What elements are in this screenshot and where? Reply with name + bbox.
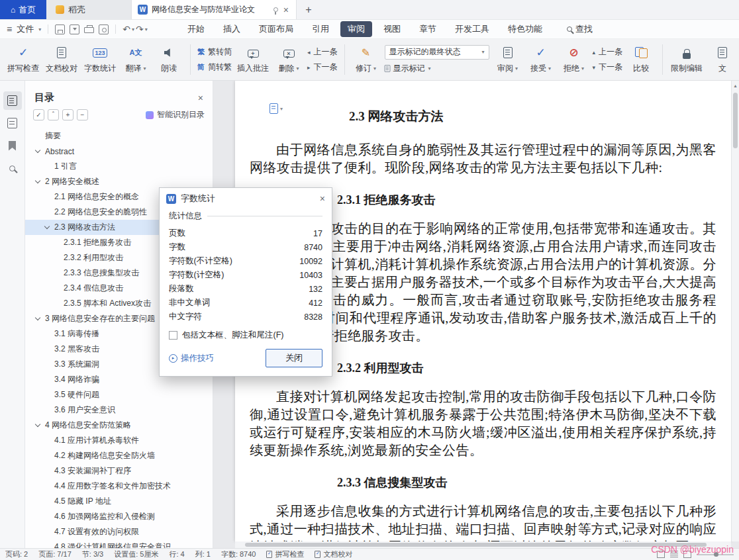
toc-item[interactable]: 4.8 强化计算机网络信息安全意识	[25, 539, 213, 548]
read-aloud-button[interactable]: 朗读	[152, 40, 185, 79]
toc-item[interactable]: 3.6 用户安全意识	[25, 402, 213, 418]
chevron-down-icon[interactable]	[35, 422, 40, 427]
toc-item[interactable]: 4 网络信息安全防范策略	[25, 418, 213, 433]
redo-caret-icon[interactable]: ▾	[145, 26, 148, 32]
tab-references[interactable]: 引用	[305, 21, 336, 37]
next-change-button[interactable]: ▾ 下一条	[593, 62, 623, 73]
ribbon-divider	[344, 44, 345, 75]
divider	[115, 24, 116, 34]
toc-item[interactable]: 4.2 构建网络信息安全防火墙	[25, 448, 213, 463]
toc-item[interactable]: 摘要	[25, 128, 213, 144]
save-icon[interactable]	[55, 24, 65, 34]
truncated-ribbon-button[interactable]: 文	[706, 40, 739, 79]
home-tab[interactable]: ⌂ 首页	[0, 0, 46, 19]
chevron-down-icon[interactable]	[44, 224, 50, 229]
next-comment-button[interactable]: ▸ 下一条	[307, 62, 338, 73]
print-icon[interactable]	[84, 27, 94, 33]
scrollbar-thumb[interactable]	[733, 93, 738, 148]
docer-tab[interactable]: 稻壳	[46, 0, 131, 19]
tab-special-features[interactable]: 特色功能	[501, 21, 550, 37]
toc-item[interactable]: 4.7 设置有效的访问权限	[25, 524, 213, 539]
spell-check-button[interactable]: ✓ 拼写检查	[4, 40, 42, 79]
include-footnotes-checkbox[interactable]: 包括文本框、脚注和尾注(F)	[169, 330, 322, 341]
insert-comment-button[interactable]: + 插入批注	[234, 40, 272, 79]
checkbox-icon[interactable]	[169, 331, 177, 340]
close-dialog-icon[interactable]: ×	[320, 193, 325, 204]
doc-proof-button[interactable]: 文档校对	[42, 40, 81, 79]
status-word-count[interactable]: 字数: 8740	[221, 549, 256, 559]
tab-page-layout[interactable]: 页面布局	[252, 21, 301, 37]
menu-bar: ≡ 文件 ▾ ↶ ▾ ↷ ▾ 开始 插入 页面布局 引用 审阅 视图 章节 开发…	[0, 20, 739, 38]
tab-section[interactable]: 章节	[412, 21, 444, 37]
toc-panel-toggle[interactable]	[3, 91, 22, 110]
bookmark-panel-toggle[interactable]	[3, 136, 22, 155]
toc-item[interactable]: 4.6 加强网络监控和入侵检测	[25, 509, 213, 524]
toc-item[interactable]: 4.1 应用计算机杀毒软件	[25, 433, 213, 448]
trad-to-simp-button[interactable]: 繁 繁转简	[197, 46, 232, 58]
toc-item[interactable]: 4.3 安装漏洞补丁程序	[25, 463, 213, 479]
status-page-number: 页码: 2	[5, 549, 28, 559]
review-pane-button[interactable]: 审阅▾	[491, 40, 524, 79]
undo-caret-icon[interactable]: ▾	[132, 26, 134, 32]
toc-item[interactable]: 4.5 隐藏 IP 地址	[25, 494, 213, 509]
translate-button[interactable]: A文 翻译▾	[119, 40, 152, 79]
find-button[interactable]: 查找	[567, 23, 593, 35]
delete-comment-button[interactable]: × 删除▾	[272, 40, 305, 79]
close-tab-icon[interactable]: ×	[282, 5, 290, 15]
chevron-down-icon[interactable]: ▾	[38, 26, 41, 32]
spell-check-toggle[interactable]: 拼写检查	[266, 549, 304, 559]
doc-proof-toggle[interactable]: 文档校对	[315, 549, 352, 559]
toc-collapse-icon[interactable]: ˆ	[48, 109, 59, 120]
chevron-down-icon[interactable]	[35, 315, 40, 320]
show-markup-button[interactable]: 显示标记 ▾	[385, 63, 489, 75]
tab-dev-tools[interactable]: 开发工具	[448, 21, 497, 37]
close-button[interactable]: 关闭	[266, 349, 322, 367]
redo-icon[interactable]: ↷	[136, 24, 144, 34]
tab-view[interactable]: 视图	[376, 21, 408, 37]
toc-collapse-all-icon[interactable]: −	[77, 109, 88, 120]
search-panel-toggle[interactable]	[3, 159, 22, 177]
toc-item[interactable]: Abstract	[25, 144, 213, 159]
smart-recognize-button[interactable]: 智能识别目录	[146, 109, 205, 120]
print-preview-icon[interactable]	[99, 24, 109, 34]
accept-change-button[interactable]: ✓ 接受▾	[524, 40, 558, 79]
pin-icon[interactable]	[273, 7, 278, 12]
tips-link[interactable]: ▸ 操作技巧	[169, 353, 214, 364]
track-changes-button[interactable]: ✎ 修订▾	[350, 40, 383, 79]
restrict-editing-button[interactable]: 限制编辑	[667, 40, 706, 79]
toc-check-icon[interactable]: ✓	[33, 109, 44, 120]
tab-insert[interactable]: 插入	[216, 21, 248, 37]
scrollbar-thumb[interactable]	[245, 543, 707, 547]
chevron-down-icon[interactable]	[35, 178, 40, 183]
toc-item[interactable]: 1 引言	[25, 159, 213, 174]
restrict-editing-label: 限制编辑	[671, 63, 703, 74]
dialog-title-bar[interactable]: W 字数统计 ×	[160, 188, 332, 209]
hamburger-menu-icon[interactable]: ≡	[7, 24, 12, 34]
scroll-up-icon[interactable]: ▴	[732, 81, 739, 89]
tab-home-ribbon[interactable]: 开始	[180, 21, 212, 37]
toc-item[interactable]: 3.5 硬件问题	[25, 387, 213, 402]
word-count-button[interactable]: 123 字数统计	[81, 40, 119, 79]
close-panel-icon[interactable]: ×	[198, 93, 203, 103]
document-tab[interactable]: W 网络信息安全与防范毕业论文 ×	[131, 0, 297, 19]
prev-change-button[interactable]: ▴ 上一条	[593, 46, 623, 58]
chevron-down-icon[interactable]	[35, 148, 40, 153]
proof-panel-toggle[interactable]	[3, 114, 22, 132]
prev-comment-button[interactable]: ◂ 上一条	[307, 46, 338, 58]
reject-change-button[interactable]: ⊘ 拒绝▾	[558, 40, 591, 79]
toc-item[interactable]: 4.4 应用数字签名和文件加密技术	[25, 479, 213, 494]
compare-button[interactable]: 比较	[624, 40, 658, 79]
comment-marker[interactable]: ▾	[270, 103, 283, 114]
review-ribbon: ✓ 拼写检查 文档校对 123 字数统计 A文 翻译▾ 朗读 繁 繁转简 简	[0, 38, 739, 81]
undo-icon[interactable]: ↶	[123, 24, 130, 34]
vertical-scrollbar[interactable]: ▴	[731, 81, 739, 541]
simp-to-trad-button[interactable]: 简 简转繁	[197, 62, 232, 73]
reject-icon: ⊘	[569, 46, 578, 60]
markup-state-select[interactable]: 显示标记的最终状态 ▾	[385, 45, 489, 60]
tab-review[interactable]: 审阅	[340, 21, 372, 37]
export-icon[interactable]	[70, 24, 79, 34]
chevron-down-icon: ▾	[548, 66, 551, 71]
new-tab-button[interactable]: +	[297, 0, 320, 19]
file-menu[interactable]: 文件	[17, 23, 34, 35]
toc-expand-all-icon[interactable]: +	[62, 109, 74, 120]
